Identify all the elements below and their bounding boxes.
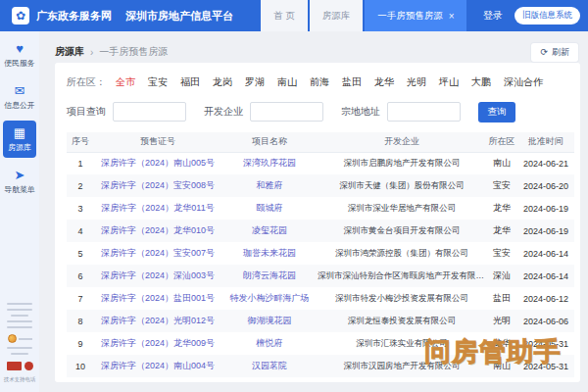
developer-name: 深圳市汇珠实业有限公司	[318, 332, 486, 355]
district-option[interactable]: 前海	[310, 76, 329, 87]
permit-number-link[interactable]: 深房许字（2024）南山005号	[94, 152, 221, 174]
breadcrumb-parent-link[interactable]: 房源库	[55, 45, 84, 59]
legacy-system-button[interactable]: 旧版信息系统	[514, 7, 580, 24]
nav-tab-label: 房源库	[322, 10, 351, 23]
permit-number-link[interactable]: 深房许字（2024）宝安008号	[94, 174, 221, 197]
nav-tab[interactable]: 首 页	[261, 0, 308, 31]
table-row: 8深房许字（2024）光明012号御湖境花园深圳龙恒泰投资发展有限公司光明202…	[67, 310, 574, 332]
login-link[interactable]: 登录	[483, 9, 503, 23]
project-name-link[interactable]: 深湾玖序花园	[221, 152, 318, 174]
row-index: 8	[67, 310, 94, 332]
district-option[interactable]: 宝安	[148, 76, 168, 87]
permit-number-link[interactable]: 深房许字（2024）光明012号	[94, 310, 221, 332]
district-option[interactable]: 福田	[180, 76, 200, 87]
permit-number-link[interactable]: 深房许字（2024）盐田001号	[94, 287, 221, 310]
approval-date: 2024-06-06	[517, 310, 574, 332]
sidebar-item-label: 信息公开	[4, 100, 34, 111]
permit-number-link[interactable]: 深房许字（2024）深汕003号	[94, 265, 221, 287]
permit-number-link[interactable]: 深房许字（2024）龙华009号	[94, 332, 221, 355]
district-option[interactable]: 深汕合作	[504, 76, 543, 87]
row-index: 4	[67, 220, 94, 242]
project-name-link[interactable]: 汉园茗院	[221, 355, 318, 377]
district-option[interactable]: 龙岗	[213, 76, 232, 87]
building-icon: ▦	[3, 125, 36, 140]
search-field-label: 开发企业	[204, 105, 243, 119]
project-name-link[interactable]: 檀悦府	[221, 332, 318, 355]
column-header: 序号	[67, 132, 94, 152]
approval-date: 2024-06-14	[517, 242, 574, 265]
gov-badge-icon	[7, 362, 22, 370]
district: 盐田	[486, 287, 517, 310]
footer-text-line	[7, 326, 32, 328]
project-name-link[interactable]: 特发小梅沙畔海广场	[221, 287, 318, 310]
site-name: 广东政务服务网	[36, 9, 112, 24]
table-row: 3深房许字（2024）龙华011号颐城府深圳市深业华居地产有限公司龙华2024-…	[67, 197, 574, 220]
district: 龙华	[486, 197, 517, 220]
search-field-group: 开发企业	[204, 102, 323, 122]
query-button[interactable]: 查询	[478, 102, 515, 122]
sidebar-item-便民服务[interactable]: ♥便民服务	[3, 36, 36, 74]
footer-text-line	[7, 309, 32, 311]
gov-badge-icon	[24, 362, 33, 370]
sidebar-item-房源库[interactable]: ▦房源库	[3, 121, 36, 158]
nav-tab-label: 首 页	[273, 10, 295, 23]
developer-name: 深圳市深业华居地产有限公司	[318, 197, 486, 220]
district-option[interactable]: 全市	[116, 76, 135, 87]
sidebar-item-信息公开[interactable]: ✉信息公开	[3, 78, 36, 116]
table-row: 4深房许字（2024）龙华010号凌玺花园深圳市黄金台项目开发有限公司龙华202…	[67, 220, 574, 242]
nav-tab[interactable]: 一手房预售房源×	[365, 0, 466, 31]
project-name-link[interactable]: 和雅府	[221, 174, 318, 197]
row-index: 1	[67, 152, 94, 174]
district: 宝安	[486, 174, 517, 197]
project-name-link[interactable]: 朗湾云海花园	[221, 265, 318, 287]
table-row: 6深房许字（2024）深汕003号朗湾云海花园深圳市深汕特别合作区海颐房地产开发…	[67, 265, 574, 287]
tab-close-icon[interactable]: ×	[449, 11, 455, 22]
search-input[interactable]	[113, 102, 186, 122]
project-name-link[interactable]: 颐城府	[221, 197, 318, 220]
approval-date: 2024-05-31	[517, 355, 574, 377]
sidebar-item-导航菜单[interactable]: ➤导航菜单	[3, 163, 36, 200]
presale-table: 序号预售证号项目名称开发企业所在区批准时间 1深房许字（2024）南山005号深…	[67, 132, 574, 377]
permit-number-link[interactable]: 深房许字（2024）宝安007号	[94, 242, 221, 265]
column-header: 所在区	[486, 132, 517, 152]
permit-number-link[interactable]: 深房许字（2024）龙华011号	[94, 197, 221, 220]
district-option[interactable]: 龙华	[374, 76, 394, 87]
project-name-link[interactable]: 珈誉未来花园	[221, 242, 318, 265]
district: 光明	[486, 310, 517, 332]
district-option[interactable]: 罗湖	[245, 76, 265, 87]
approval-date: 2024-06-21	[517, 152, 574, 174]
service-heart-icon: ♥	[3, 41, 36, 56]
footer-emblem-row	[0, 334, 39, 343]
refresh-button[interactable]: ⟳ 刷新	[531, 43, 578, 62]
column-header: 开发企业	[318, 132, 486, 152]
column-header: 批准时间	[517, 132, 574, 152]
district-option[interactable]: 坪山	[439, 76, 459, 87]
permit-number-link[interactable]: 深房许字（2024）南山004号	[94, 355, 221, 377]
district-option[interactable]: 盐田	[342, 76, 362, 87]
search-input[interactable]	[387, 102, 461, 122]
column-header: 预售证号	[94, 132, 221, 152]
search-input[interactable]	[250, 102, 323, 122]
district-filter-row: 所在区： 全市宝安福田龙岗罗湖南山前海盐田龙华光明坪山大鹏深汕合作	[67, 73, 568, 92]
breadcrumb: 房源库 › 一手房预售房源 ⟳ 刷新	[55, 43, 578, 61]
project-name-link[interactable]: 御湖境花园	[221, 310, 318, 332]
row-index: 2	[67, 174, 94, 197]
nav-tab[interactable]: 房源库	[310, 0, 364, 31]
district-option[interactable]: 南山	[277, 76, 297, 87]
permit-number-link[interactable]: 深房许字（2024）龙华010号	[94, 220, 221, 242]
row-index: 3	[67, 197, 94, 220]
district-option[interactable]: 大鹏	[471, 76, 491, 87]
district: 龙华	[486, 332, 517, 355]
district-option[interactable]: 光明	[407, 76, 426, 87]
developer-name: 深圳市深汕特别合作区海颐房地产开发有限公司	[318, 265, 486, 287]
sidebar-item-label: 房源库	[4, 142, 34, 153]
approval-date: 2024-06-14	[517, 265, 574, 287]
district: 南山	[486, 355, 517, 377]
breadcrumb-separator: ›	[90, 47, 93, 58]
approval-date: 2024-06-20	[517, 174, 574, 197]
sidebar-item-label: 导航菜单	[4, 184, 34, 195]
table-row: 5深房许字（2024）宝安007号珈誉未来花园深圳市鸿荣源控股（集团）有限公司宝…	[67, 242, 574, 265]
footer-text-line	[11, 353, 28, 355]
row-index: 10	[67, 355, 94, 377]
project-name-link[interactable]: 凌玺花园	[221, 220, 318, 242]
